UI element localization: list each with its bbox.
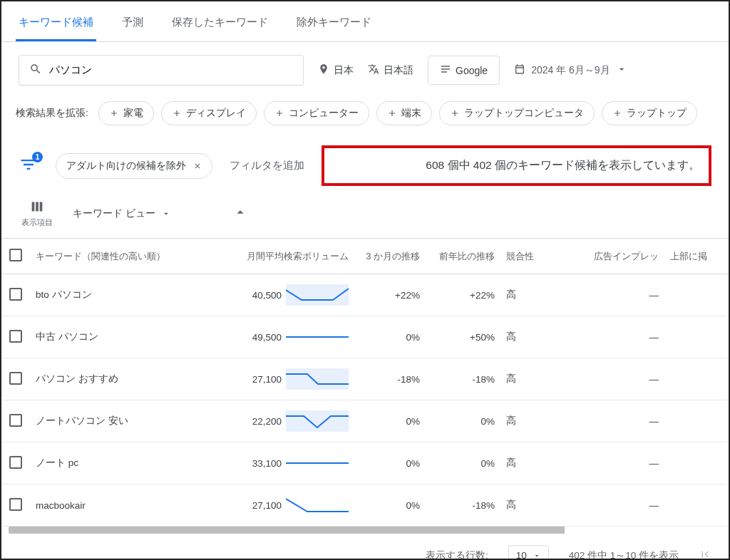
col-impression[interactable]: 広告インプレッ xyxy=(572,239,664,274)
cell-yoy: 0% xyxy=(426,400,500,442)
select-all-checkbox[interactable] xyxy=(9,249,22,261)
filter-button[interactable]: 1 xyxy=(19,155,38,177)
cell-volume: 27,100 xyxy=(215,484,354,527)
close-icon[interactable] xyxy=(193,162,202,170)
row-checkbox[interactable] xyxy=(9,456,22,469)
language-target[interactable]: 日本語 xyxy=(368,63,413,77)
cell-top-bid xyxy=(664,442,729,484)
cell-three-month: -18% xyxy=(354,358,426,400)
keyword-table: キーワード（関連性の高い順） 月間平均検索ボリューム 3 か月の推移 前年比の推… xyxy=(1,238,729,527)
search-and-targeting-row: 日本 日本語 Google 2024 年 6月～9月 xyxy=(1,42,729,98)
col-three-month[interactable]: 3 か月の推移 xyxy=(354,239,426,274)
rows-per-page-select[interactable]: 10 xyxy=(508,545,549,560)
cell-keyword[interactable]: macbookair xyxy=(30,484,215,527)
translate-icon xyxy=(368,63,379,77)
cell-volume: 49,500 xyxy=(215,316,354,358)
plus-icon xyxy=(274,108,284,118)
cell-keyword[interactable]: ノート pc xyxy=(30,442,215,484)
broaden-chip[interactable]: 端末 xyxy=(376,101,432,125)
search-box[interactable] xyxy=(19,55,304,85)
cell-yoy: +50% xyxy=(426,316,500,358)
network-icon xyxy=(440,63,451,77)
cell-impression: — xyxy=(572,316,664,358)
network-target[interactable]: Google xyxy=(428,56,500,85)
tab-negative-keywords[interactable]: 除外キーワード xyxy=(294,9,374,41)
cell-impression: — xyxy=(572,484,664,527)
col-keyword[interactable]: キーワード（関連性の高い順） xyxy=(30,239,215,274)
dropdown-icon xyxy=(616,63,627,77)
first-page-icon xyxy=(699,548,711,560)
cell-competition: 高 xyxy=(500,316,572,358)
cell-three-month: 0% xyxy=(354,442,426,484)
cell-three-month: 0% xyxy=(354,484,426,527)
cell-competition: 高 xyxy=(500,484,572,527)
cell-three-month: 0% xyxy=(354,316,426,358)
table-row: 中古 パソコン49,5000%+50%高— xyxy=(1,316,729,358)
broaden-chip[interactable]: ディスプレイ xyxy=(161,101,257,125)
location-icon xyxy=(318,63,329,77)
keyword-view-dropdown[interactable]: キーワード ビュー xyxy=(73,207,171,220)
col-volume[interactable]: 月間平均検索ボリューム xyxy=(215,239,354,274)
columns-label: 表示項目 xyxy=(21,217,53,228)
cell-top-bid xyxy=(664,316,729,358)
cell-yoy: -18% xyxy=(426,358,500,400)
row-checkbox[interactable] xyxy=(9,372,22,385)
broaden-chip[interactable]: ラップトップコンピュータ xyxy=(439,101,595,125)
date-range[interactable]: 2024 年 6月～9月 xyxy=(514,63,627,77)
tab-keyword-ideas[interactable]: キーワード候補 xyxy=(16,9,96,41)
collapse-button[interactable] xyxy=(232,204,248,222)
cell-keyword[interactable]: ノートパソコン 安い xyxy=(30,400,215,442)
row-checkbox[interactable] xyxy=(9,414,22,427)
cell-yoy: -18% xyxy=(426,484,500,527)
sparkline xyxy=(286,284,349,306)
cell-three-month: +22% xyxy=(354,274,426,316)
plus-icon xyxy=(612,108,622,118)
cell-competition: 高 xyxy=(500,358,572,400)
table-row: macbookair27,1000%-18%高— xyxy=(1,484,729,527)
cell-volume: 33,100 xyxy=(215,442,354,484)
table-row: パソコン おすすめ27,100-18%-18%高— xyxy=(1,358,729,400)
horizontal-scrollbar[interactable] xyxy=(9,527,721,534)
tab-saved-keywords[interactable]: 保存したキーワード xyxy=(169,9,271,41)
add-filter[interactable]: フィルタを追加 xyxy=(230,159,304,172)
keyword-view-label: キーワード ビュー xyxy=(73,207,155,220)
tabs: キーワード候補 予測 保存したキーワード 除外キーワード xyxy=(1,1,729,42)
cell-keyword[interactable]: 中古 パソコン xyxy=(30,316,215,358)
table-header-row: キーワード（関連性の高い順） 月間平均検索ボリューム 3 か月の推移 前年比の推… xyxy=(1,239,729,274)
location-target[interactable]: 日本 xyxy=(318,63,354,77)
table-row: bto パソコン40,500+22%+22%高— xyxy=(1,274,729,316)
cell-keyword[interactable]: パソコン おすすめ xyxy=(30,358,215,400)
sparkline xyxy=(286,494,349,516)
cell-impression: — xyxy=(572,442,664,484)
cell-yoy: 0% xyxy=(426,442,500,484)
cell-impression: — xyxy=(572,274,664,316)
broaden-chip[interactable]: コンピューター xyxy=(264,101,369,125)
broaden-chip[interactable]: 家電 xyxy=(98,101,154,125)
page-range: 402 件中 1～10 件を表示 xyxy=(569,549,679,561)
columns-icon xyxy=(29,199,45,214)
cell-top-bid xyxy=(664,484,729,527)
cell-keyword[interactable]: bto パソコン xyxy=(30,274,215,316)
result-count-highlight: 608 個中 402 個のキーワード候補を表示しています。 xyxy=(322,145,711,186)
pagination-footer: 表示する行数: 10 402 件中 1～10 件を表示 xyxy=(1,534,729,560)
tab-forecast[interactable]: 予測 xyxy=(119,9,146,41)
broaden-chip[interactable]: ラップトップ xyxy=(602,101,697,125)
row-checkbox[interactable] xyxy=(9,288,22,301)
row-checkbox[interactable] xyxy=(9,498,22,511)
cell-impression: — xyxy=(572,400,664,442)
col-yoy[interactable]: 前年比の推移 xyxy=(426,239,500,274)
plus-icon xyxy=(450,108,460,118)
cell-top-bid xyxy=(664,400,729,442)
rows-label: 表示する行数: xyxy=(426,549,488,561)
first-page-button[interactable] xyxy=(699,548,711,560)
svg-rect-1 xyxy=(286,368,349,390)
col-top-bid[interactable]: 上部に掲 xyxy=(664,239,729,274)
location-label: 日本 xyxy=(334,64,354,77)
search-input[interactable] xyxy=(49,64,293,76)
row-checkbox[interactable] xyxy=(9,330,22,343)
sparkline xyxy=(286,326,349,348)
col-competition[interactable]: 競合性 xyxy=(500,239,572,274)
applied-filter-chip[interactable]: アダルト向けの候補を除外 xyxy=(56,153,212,179)
dropdown-icon xyxy=(161,209,171,219)
columns-button[interactable]: 表示項目 xyxy=(21,199,53,228)
